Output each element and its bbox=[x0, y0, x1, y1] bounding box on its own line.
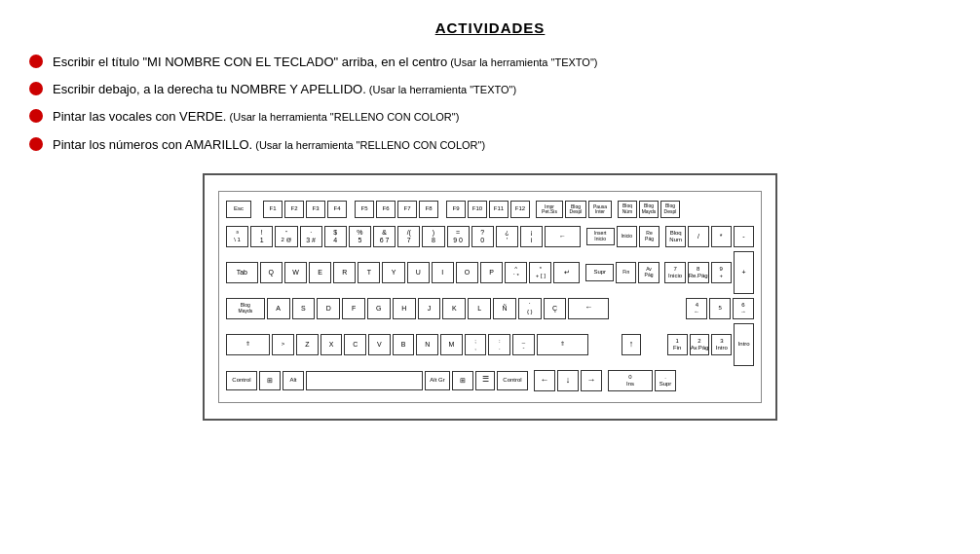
key-enie: Ñ bbox=[493, 298, 516, 319]
key-np-mul: * bbox=[711, 226, 732, 247]
key-enter: ↵ bbox=[553, 262, 580, 283]
key-inicio: Inicio bbox=[617, 226, 637, 247]
ctrl-row: Control ⊞ Alt Alt Gr ⊞ ☰ Control ← ↓ → 0… bbox=[225, 369, 755, 392]
activity-2-text: Escribir debajo, a la derecha tu NOMBRE … bbox=[53, 81, 516, 98]
key-np-9: 9+ bbox=[711, 262, 732, 283]
key-bloq-despl-led: BlogDespl bbox=[660, 201, 680, 218]
key-f7: F7 bbox=[397, 201, 417, 218]
key-backspace: ← bbox=[545, 226, 581, 247]
key-shift-right: ⇑ bbox=[537, 334, 588, 355]
activity-3-text: Pintar las vocales con VERDE. (Usar la h… bbox=[53, 108, 459, 126]
activity-1: Escribir el título "MI NOMBRE CON EL TEC… bbox=[29, 54, 951, 71]
key-insert: InsertInicio bbox=[586, 228, 615, 245]
key-caps-lock: BlogMayds bbox=[226, 298, 265, 319]
keyboard: Esc F1 F2 F3 F4 F5 F6 F7 F8 F9 F10 F11 F… bbox=[218, 191, 762, 403]
key-space bbox=[306, 371, 423, 390]
bullet-1 bbox=[29, 55, 43, 68]
key-np-3: 3Intro bbox=[711, 334, 732, 355]
key-backtick: ª\ 1 bbox=[226, 226, 248, 247]
key-win-left: ⊞ bbox=[259, 371, 281, 390]
key-g: G bbox=[367, 298, 391, 319]
key-arrow-up: ↑ bbox=[622, 334, 642, 355]
key-supr: Supr bbox=[585, 264, 614, 281]
key-enter2: ← bbox=[568, 298, 609, 319]
key-excl: ¡i bbox=[520, 226, 543, 247]
key-impr: ImprPet.Sis bbox=[536, 201, 563, 218]
key-np-bloq: BloqNum bbox=[665, 226, 686, 247]
key-v: V bbox=[368, 334, 391, 355]
key-period: :. bbox=[488, 334, 510, 355]
key-np-plus: + bbox=[734, 251, 754, 294]
activity-4: Pintar los números con AMARILLO. (Usar l… bbox=[29, 136, 951, 154]
key-f10: F10 bbox=[468, 201, 487, 218]
key-bloq-mayus-led: BlogMayds bbox=[639, 201, 659, 218]
key-win-right: ⊞ bbox=[452, 371, 473, 390]
key-menu: ☰ bbox=[475, 371, 495, 390]
key-repag: RePág bbox=[639, 226, 660, 247]
key-1: !1 bbox=[250, 226, 273, 247]
key-f9: F9 bbox=[446, 201, 466, 218]
key-np-1: 1Fin bbox=[667, 334, 688, 355]
key-np-0: 0Ins bbox=[608, 370, 653, 391]
key-8: )8 bbox=[422, 226, 444, 247]
key-4: $4 bbox=[324, 226, 347, 247]
key-6: &6 7 bbox=[373, 226, 396, 247]
key-fin: Fin bbox=[616, 262, 636, 283]
key-bloq-num: BloqNúm bbox=[618, 201, 637, 218]
key-i: I bbox=[432, 262, 454, 283]
key-np-7: 7Inicio bbox=[664, 262, 685, 283]
key-f2: F2 bbox=[284, 201, 304, 218]
bullet-3 bbox=[29, 109, 43, 123]
key-np-div: / bbox=[688, 226, 708, 247]
tab-row: Tab Q W E R T Y U I O P ^` * *+ [ ] ↵ Su… bbox=[225, 250, 755, 295]
key-c: C bbox=[344, 334, 366, 355]
key-plus: *+ [ ] bbox=[529, 262, 551, 283]
key-a: A bbox=[267, 298, 290, 319]
key-f4: F4 bbox=[327, 201, 347, 218]
key-dash: _- bbox=[512, 334, 535, 355]
key-arrow-left: ← bbox=[534, 370, 555, 391]
key-j: J bbox=[418, 298, 441, 319]
bullet-4 bbox=[29, 137, 43, 151]
key-f3: F3 bbox=[306, 201, 325, 218]
key-esc: Esc bbox=[226, 201, 251, 218]
keyboard-container: Esc F1 F2 F3 F4 F5 F6 F7 F8 F9 F10 F11 F… bbox=[29, 173, 951, 421]
key-shift-left: ⇑ bbox=[226, 334, 270, 355]
key-m: M bbox=[440, 334, 463, 355]
bullet-2 bbox=[29, 82, 43, 95]
key-acute: ´{ } bbox=[518, 298, 542, 319]
activities-list: Escribir el título "MI NOMBRE CON EL TEC… bbox=[29, 54, 951, 154]
caps-row: BlogMayds A S D F G H J K L Ñ ´{ } Ç ← 4… bbox=[225, 297, 755, 320]
key-q: Q bbox=[260, 262, 283, 283]
key-s: S bbox=[292, 298, 316, 319]
number-row: ª\ 1 !1 "2 @ ·3 # $4 %5 &6 7 /(7 )8 =9 0… bbox=[225, 225, 755, 248]
key-r: R bbox=[333, 262, 356, 283]
key-3: ·3 # bbox=[300, 226, 322, 247]
key-pausa-inter: PausaInter bbox=[588, 201, 612, 218]
key-np-dot: .Supr bbox=[655, 370, 676, 391]
key-bloq-despl: BlogDespl bbox=[565, 201, 586, 218]
key-7: /(7 bbox=[397, 226, 420, 247]
key-ctrl-left: Control bbox=[226, 371, 257, 390]
key-cedilla: Ç bbox=[544, 298, 567, 319]
key-o: O bbox=[456, 262, 478, 283]
key-arrow-right: → bbox=[581, 370, 602, 391]
keyboard-outer-border: Esc F1 F2 F3 F4 F5 F6 F7 F8 F9 F10 F11 F… bbox=[203, 173, 777, 421]
key-arrow-down: ↓ bbox=[557, 370, 579, 391]
key-f1: F1 bbox=[263, 201, 283, 218]
key-b: B bbox=[393, 334, 415, 355]
activity-2: Escribir debajo, a la derecha tu NOMBRE … bbox=[29, 81, 951, 98]
key-y: Y bbox=[382, 262, 404, 283]
key-l: L bbox=[468, 298, 491, 319]
key-0: ?0 bbox=[471, 226, 494, 247]
key-e: E bbox=[309, 262, 331, 283]
key-ctrl-right: Control bbox=[497, 371, 528, 390]
key-f: F bbox=[342, 298, 365, 319]
key-altgr: Alt Gr bbox=[425, 371, 450, 390]
key-np-8: 8Re.Pág bbox=[688, 262, 709, 283]
key-comma: ;, bbox=[465, 334, 487, 355]
page: ACTIVIDADES Escribir el título "MI NOMBR… bbox=[0, 0, 980, 440]
key-9: =9 0 bbox=[447, 226, 470, 247]
key-p: P bbox=[480, 262, 503, 283]
activity-1-text: Escribir el título "MI NOMBRE CON EL TEC… bbox=[53, 54, 597, 71]
